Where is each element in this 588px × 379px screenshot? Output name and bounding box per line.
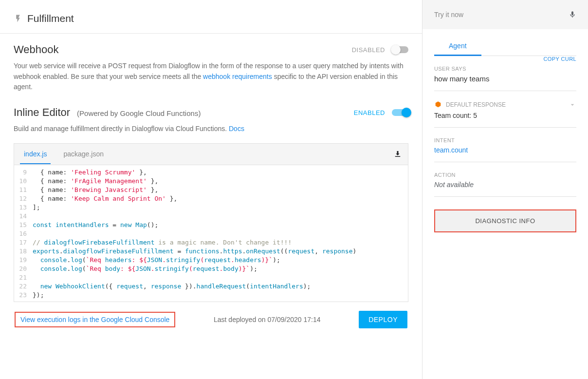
try-bar: Try it now (423, 0, 588, 29)
inline-editor-toggle[interactable] (392, 109, 408, 116)
webhook-requirements-link[interactable]: webhook requirements (203, 73, 272, 80)
code-area[interactable]: 9101112131415161718192021222324 { name: … (14, 165, 408, 302)
inline-editor-description: Build and manage fulfillment directly in… (14, 124, 408, 134)
intent-label: INTENT (434, 137, 576, 143)
response-text: Team count: 5 (434, 112, 576, 128)
docs-link[interactable]: Docs (229, 125, 244, 133)
inline-editor-subtitle: (Powered by Google Cloud Functions) (77, 109, 201, 117)
webhook-title: Webhook (14, 43, 59, 56)
user-says-label: USER SAYS (434, 66, 466, 72)
editor-footer: View execution logs in the Google Cloud … (14, 311, 408, 328)
page-header: Fulfillment (0, 10, 422, 34)
code-editor: index.js package.json 910111213141516171… (14, 143, 408, 302)
try-placeholder[interactable]: Try it now (434, 11, 463, 19)
user-says-value: how many teams (434, 75, 576, 91)
inline-editor-status-label: ENABLED (354, 109, 385, 116)
webhook-description: Your web service will receive a POST req… (14, 61, 408, 93)
action-label: ACTION (434, 172, 576, 178)
webhook-toggle[interactable] (392, 46, 408, 53)
deploy-button[interactable]: DEPLOY (359, 311, 407, 328)
logs-link-highlight: View execution logs in the Google Cloud … (15, 312, 175, 327)
response-label: DEFAULT RESPONSE (446, 101, 506, 108)
try-panel: Try it now Agent USER SAYS COPY CURL how… (423, 0, 588, 379)
webhook-status-label: DISABLED (352, 46, 385, 54)
inline-editor-section: Inline Editor (Powered by Google Cloud F… (14, 106, 408, 328)
response-header[interactable]: DEFAULT RESPONSE (434, 101, 576, 109)
intent-link[interactable]: team.count (434, 146, 576, 162)
tab-package-json[interactable]: package.json (59, 144, 108, 164)
download-icon[interactable] (393, 150, 402, 158)
inline-editor-title: Inline Editor (14, 106, 70, 118)
view-logs-link[interactable]: View execution logs in the Google Cloud … (20, 316, 169, 323)
webhook-section: Webhook DISABLED Your web service will r… (14, 43, 408, 93)
inline-editor-desc-prefix: Build and manage fulfillment directly in… (14, 125, 229, 133)
tab-index-js[interactable]: index.js (20, 144, 51, 164)
copy-curl-button[interactable]: COPY CURL (543, 56, 576, 62)
chevron-down-icon (569, 101, 576, 109)
try-tabs: Agent (434, 36, 576, 56)
tab-agent[interactable]: Agent (434, 36, 481, 56)
response-hexagon-icon (434, 101, 442, 109)
action-value: Not available (434, 181, 576, 197)
editor-tabs: index.js package.json (14, 144, 408, 165)
last-deployed: Last deployed on 07/09/2020 17:14 (214, 316, 321, 323)
mic-icon[interactable] (569, 9, 576, 20)
bolt-icon (14, 14, 22, 23)
diagnostic-info-button[interactable]: DIAGNOSTIC INFO (434, 209, 576, 232)
page-title: Fulfillment (27, 13, 74, 24)
